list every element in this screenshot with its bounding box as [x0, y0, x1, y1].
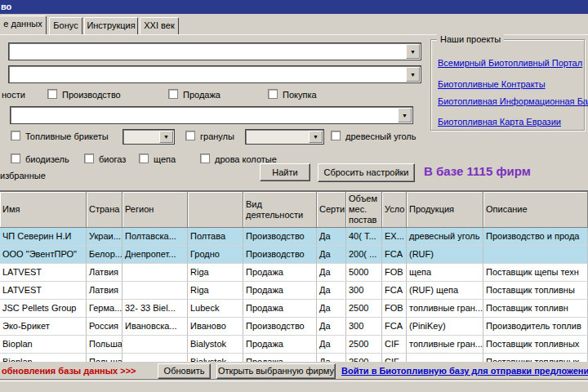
link-biofuel-map-eurasia[interactable]: Биотопливная Карта Евразии	[438, 117, 561, 127]
table-cell: 300	[346, 282, 382, 300]
checkbox-chips[interactable]	[139, 154, 149, 163]
search-combobox-2[interactable]: ▼	[8, 65, 421, 83]
link-world-biofuel-portal[interactable]: Всемирный Биотопливный Портал	[438, 58, 582, 68]
column-header[interactable]	[188, 192, 243, 228]
tab-instructions[interactable]: Инструкция	[84, 17, 138, 34]
table-cell: Да	[317, 264, 346, 282]
firms-table[interactable]: ИмяСтранаРегионВид деятельностиСертиОбъе…	[0, 190, 588, 362]
tab-bonus[interactable]: Бонус	[49, 17, 82, 34]
checkbox-firewood[interactable]	[200, 154, 210, 163]
checkbox-production[interactable]	[47, 89, 57, 99]
table-cell: Продажа	[243, 264, 317, 282]
table-cell: 5000	[346, 264, 382, 282]
checkbox-biogas[interactable]	[84, 154, 94, 163]
checkbox-purchase[interactable]	[268, 89, 278, 99]
table-cell: 40( Т...	[346, 228, 382, 246]
table-cell: Да	[317, 228, 346, 246]
table-row[interactable]: BioplanПольшаBialystokПродажаДа2500CIFто…	[0, 336, 588, 354]
checkbox-chips-label: щепа	[154, 154, 176, 164]
table-cell: FOB	[382, 300, 407, 318]
open-selected-firm-button[interactable]: Открыть выбранную фирму	[216, 363, 336, 379]
table-cell: Украи...	[87, 228, 122, 246]
table-cell: древесный уголь	[407, 228, 483, 246]
table-row[interactable]: ЧП Северин Н.ИУкраи...Полтавска...Полтав…	[0, 228, 588, 246]
table-cell: Производитель топлив	[483, 318, 588, 336]
table-cell: Производство	[243, 246, 317, 264]
chevron-down-icon[interactable]: ▼	[406, 67, 420, 82]
window-title: во	[1, 2, 11, 11]
refresh-button[interactable]: Обновить	[158, 363, 211, 379]
table-cell: Продажа	[243, 354, 317, 362]
table-cell: Bialystok	[188, 336, 243, 354]
table-cell: Bialystok	[188, 354, 243, 362]
table-body: ЧП Северин Н.ИУкраи...Полтавска...Полтав…	[0, 228, 588, 362]
table-cell: Bioplan	[0, 336, 87, 354]
table-cell: LATVEST	[0, 282, 87, 300]
table-cell: Производство	[243, 318, 317, 336]
chevron-down-icon[interactable]: ▼	[398, 108, 412, 122]
column-header[interactable]: Страна	[87, 192, 122, 228]
table-cell: LATVEST	[0, 264, 87, 282]
chevron-down-icon[interactable]: ▼	[406, 44, 420, 59]
table-cell: CIF	[382, 336, 407, 354]
table-header-row: ИмяСтранаРегионВид деятельностиСертиОбъе…	[0, 192, 588, 228]
checkbox-charcoal-label: древесный уголь	[345, 131, 416, 141]
granules-combobox[interactable]: ▼	[245, 129, 324, 145]
table-row[interactable]: LATVESTЛатвияRigaПродажаДа300FCA(RUF) ще…	[0, 282, 588, 300]
tab-label: е данных	[3, 19, 42, 29]
link-biofuel-contracts[interactable]: Биотопливные Контракты	[438, 79, 546, 89]
checkbox-briquettes-label: Топливные брикеты	[25, 131, 109, 141]
search-combobox-1[interactable]: ▼	[8, 42, 421, 60]
table-cell: Полтава	[188, 228, 243, 246]
table-cell: Днепропет...	[122, 246, 188, 264]
checkbox-biodiesel[interactable]	[11, 154, 20, 163]
briquettes-combobox[interactable]: ▼	[122, 129, 175, 145]
column-header[interactable]: Продукция	[407, 192, 483, 228]
tab-label: Бонус	[53, 20, 78, 30]
table-cell: FCA	[382, 318, 407, 336]
table-cell: Да	[317, 282, 346, 300]
chevron-down-icon[interactable]: ▼	[159, 131, 173, 143]
login-biofuel-base-link[interactable]: Войти в Биотопливную базу для отправки п…	[341, 366, 588, 376]
table-cell: 200( ...	[346, 246, 382, 264]
checkbox-charcoal[interactable]	[331, 131, 341, 140]
table-cell: Поставщик топливных	[483, 354, 588, 362]
table-row[interactable]: JSC Pellets GroupГерма...32- 33 Biel...L…	[0, 300, 588, 318]
product-combobox[interactable]: ▼	[10, 106, 413, 124]
table-row[interactable]: LATVESTЛатвияRigaПродажаДа5000FOBщепаПос…	[0, 264, 588, 282]
table-row[interactable]: BioplanПольшаBialystokПродажаДа2500CIFПо…	[0, 354, 588, 362]
table-cell: Латвия	[87, 264, 122, 282]
tab-database[interactable]: е данных	[0, 16, 47, 34]
favorites-label: избранные	[0, 171, 46, 180]
table-cell: EX...	[382, 228, 407, 246]
checkbox-granules[interactable]	[185, 131, 195, 140]
table-cell: Иваново	[188, 318, 243, 336]
table-cell: Riga	[188, 264, 243, 282]
column-header[interactable]: Вид деятельности	[243, 192, 317, 228]
table-cell: Поставщик топливн	[483, 300, 588, 318]
column-header[interactable]: Объем мес. постав	[346, 192, 382, 228]
window-titlebar[interactable]: во	[0, 0, 588, 14]
table-cell: 2500	[346, 300, 382, 318]
column-header[interactable]: Имя	[0, 192, 87, 228]
table-cell: FCA	[382, 282, 407, 300]
checkbox-briquettes[interactable]	[11, 131, 20, 140]
column-header[interactable]: Серти	[317, 192, 346, 228]
checkbox-sale[interactable]	[168, 89, 178, 99]
table-cell: Поставщик топливных	[483, 336, 588, 354]
table-cell: (RUF) щепа	[407, 282, 483, 300]
checkbox-granules-label: гранулы	[200, 131, 234, 141]
link-biofuel-information-base[interactable]: Биотопливная Информационная База	[438, 96, 588, 106]
chevron-down-icon[interactable]: ▼	[309, 131, 323, 143]
column-header[interactable]: Усло	[382, 192, 407, 228]
table-cell: Россия	[87, 318, 122, 336]
tab-xxi-century[interactable]: XXI век	[140, 17, 179, 34]
reset-settings-button[interactable]: Сбросить настройки	[318, 163, 415, 182]
column-header[interactable]: Описание	[483, 192, 588, 228]
find-button[interactable]: Найти	[260, 163, 310, 181]
table-row[interactable]: ООО "ЭвентПРО"Белор...Днепропет...Гродно…	[0, 246, 588, 264]
column-header[interactable]: Регион	[122, 192, 188, 228]
table-row[interactable]: Эко-БрикетРоссияИвановска...ИвановоПроиз…	[0, 318, 588, 336]
table-cell: (RUF)	[407, 246, 483, 264]
table-cell: FCA	[382, 246, 407, 264]
